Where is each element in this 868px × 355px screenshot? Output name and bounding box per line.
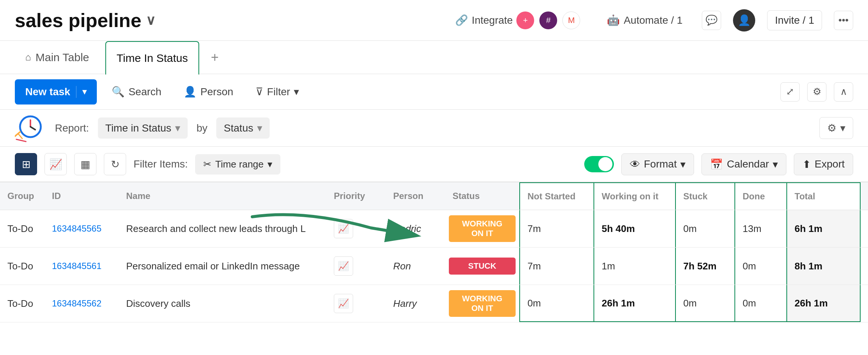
export-icon: ⬆ (802, 158, 811, 170)
add-tab-button[interactable]: + (205, 47, 225, 68)
row1-not-started: 7m (519, 210, 594, 247)
row3-total: 26h 1m (786, 285, 861, 322)
calendar-caret: ▾ (773, 158, 778, 170)
table-icon: ▦ (80, 158, 90, 170)
grid-view-button[interactable]: ⊞ (15, 153, 37, 175)
report-settings-caret: ▾ (840, 122, 845, 134)
app-title-chevron[interactable]: ∨ (146, 13, 155, 28)
row1-status: WORKING ON IT (445, 210, 519, 247)
row3-stuck: 0m (675, 285, 734, 322)
home-icon: ⌂ (25, 52, 31, 63)
format-label: Format (644, 158, 677, 170)
tab-main-table[interactable]: ⌂ Main Table (15, 41, 99, 74)
person-button[interactable]: 👤 Person (176, 81, 241, 102)
time-range-caret: ▾ (267, 159, 272, 170)
settings-button[interactable]: ⚙ (807, 82, 826, 102)
slack-icon: # (539, 11, 557, 29)
col-person: Person (386, 182, 445, 210)
row2-stuck: 7h 52m (675, 248, 734, 285)
chat-button[interactable]: 💬 (702, 11, 721, 30)
filter-label: Filter (267, 86, 290, 98)
trend-icon[interactable]: 📈 (334, 219, 353, 238)
row3-person: Harry (386, 285, 445, 322)
button-divider (76, 86, 76, 98)
avatar[interactable]: 👤 (733, 9, 755, 31)
gmail-icon: M (562, 11, 580, 29)
toggle-container[interactable] (584, 156, 614, 172)
tab-time-in-status-label: Time In Status (116, 52, 188, 64)
col-group: Group (0, 182, 45, 210)
row2-status: STUCK (445, 248, 519, 285)
report-settings-button[interactable]: ⚙ ▾ (819, 117, 853, 139)
row1-group: To-Do (0, 210, 45, 247)
report-type-select[interactable]: Time in Status ▾ (98, 117, 188, 139)
row2-person: Ron (386, 248, 445, 285)
filter-icon: ⊽ (256, 86, 263, 98)
time-range-filter[interactable]: ✂ Time range ▾ (195, 154, 280, 175)
row2-not-started: 7m (519, 248, 594, 285)
tab-time-in-status[interactable]: Time In Status (105, 41, 199, 74)
row3-id[interactable]: 1634845562 (45, 285, 119, 322)
collapse-button[interactable]: ∧ (834, 82, 853, 102)
table-header: Group ID Name Priority Person Status Not… (0, 182, 868, 210)
chart-view-button[interactable]: 📈 (45, 153, 67, 175)
report-bar: Report: Time in Status ▾ by Status ▾ ⚙ ▾ (0, 110, 868, 147)
svg-line-5 (16, 139, 26, 142)
export-button[interactable]: ⬆ Export (794, 153, 853, 175)
format-caret: ▾ (680, 158, 685, 170)
format-button[interactable]: 👁 Format ▾ (621, 153, 694, 175)
more-button[interactable]: ••• (834, 11, 853, 30)
more-icon: ••• (838, 14, 848, 26)
gear-icon: ⚙ (813, 86, 821, 97)
app-title: sales pipeline ∨ (15, 9, 155, 31)
filter-caret: ▾ (294, 86, 299, 98)
chat-icon: 💬 (706, 14, 717, 26)
filter-button[interactable]: ⊽ Filter ▾ (248, 81, 306, 102)
row3-status: WORKING ON IT (445, 285, 519, 322)
tab-main-table-label: Main Table (36, 51, 89, 64)
report-type-label: Time in Status (105, 122, 171, 134)
search-button[interactable]: 🔍 Search (104, 81, 169, 102)
integrate-button[interactable]: 🔗 Integrate + # M (448, 7, 588, 34)
toolbar: New task ▾ 🔍 Search 👤 Person ⊽ Filter ▾ … (0, 74, 868, 110)
group-by-caret: ▾ (257, 122, 262, 134)
status-badge: WORKING ON IT (449, 215, 516, 242)
trend-icon[interactable]: 📈 (334, 256, 353, 276)
refresh-button[interactable]: ↻ (104, 153, 126, 175)
row1-name: Research and collect new leads through L (119, 210, 326, 247)
automate-button[interactable]: 🤖 Automate / 1 (599, 10, 690, 31)
row2-done: 0m (734, 248, 786, 285)
new-task-button[interactable]: New task ▾ (15, 79, 97, 104)
report-gear-icon: ⚙ (827, 122, 836, 134)
toolbar-right: ⤢ ⚙ ∧ (780, 82, 853, 102)
status-badge: STUCK (449, 258, 516, 275)
calendar-label: Calendar (727, 158, 769, 170)
row1-done: 13m (734, 210, 786, 247)
calendar-button[interactable]: 📅 Calendar ▾ (701, 153, 786, 175)
filter-bar: ⊞ 📈 ▦ ↻ Filter Items: ✂ Time range ▾ 👁 F… (0, 147, 868, 182)
row1-stuck: 0m (675, 210, 734, 247)
row2-working-on-it: 1m (594, 248, 675, 285)
person-label: Person (200, 86, 233, 98)
row1-id[interactable]: 1634845565 (45, 210, 119, 247)
col-not-started: Not Started (519, 182, 594, 210)
by-label: by (197, 122, 208, 134)
row2-id[interactable]: 1634845561 (45, 248, 119, 285)
row1-working-on-it: 5h 40m (594, 210, 675, 247)
row1-person: Cedric (386, 210, 445, 247)
toggle-switch[interactable] (584, 156, 614, 172)
group-by-select[interactable]: Status ▾ (216, 117, 269, 139)
automate-icon: 🤖 (607, 14, 620, 26)
row2-priority: 📈 (326, 248, 386, 285)
col-working-on-it: Working on it (594, 182, 675, 210)
col-done: Done (734, 182, 786, 210)
top-nav: sales pipeline ∨ 🔗 Integrate + # M 🤖 Aut… (0, 0, 868, 41)
chart-icon: 📈 (49, 158, 62, 170)
invite-button[interactable]: Invite / 1 (767, 10, 822, 30)
trend-icon[interactable]: 📈 (334, 294, 353, 313)
row1-priority: 📈 (326, 210, 386, 247)
expand-button[interactable]: ⤢ (780, 82, 800, 102)
table-view-button[interactable]: ▦ (74, 153, 96, 175)
filter-items-label: Filter Items: (134, 158, 188, 170)
table-row: To-Do 1634845561 Personalized email or L… (0, 248, 868, 285)
